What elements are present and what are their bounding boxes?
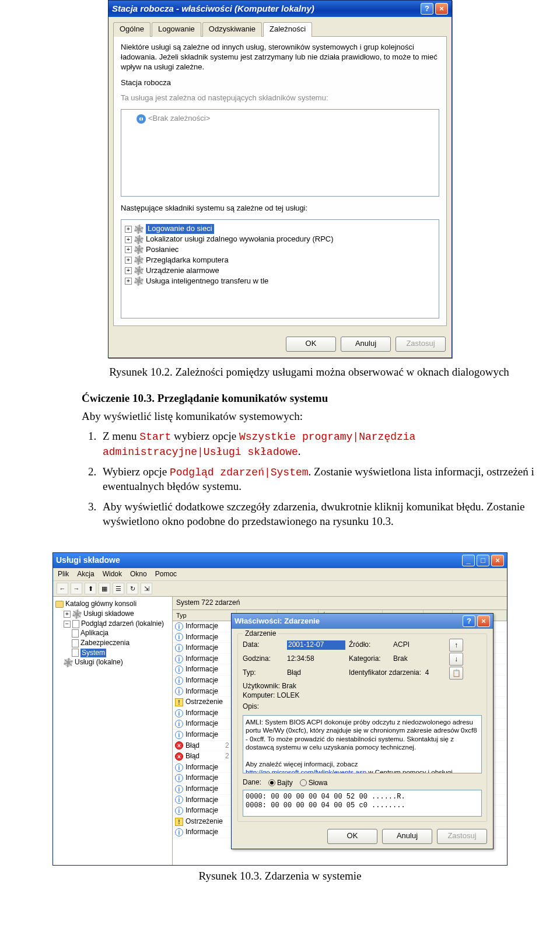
tab-dependencies[interactable]: Zależności [263, 22, 312, 37]
maximize-icon[interactable]: □ [477, 555, 489, 566]
gear-icon [134, 245, 144, 254]
info-icon: i [175, 666, 183, 674]
event-type-label: Informacje [186, 773, 218, 783]
event-type-label: Informacje [186, 633, 218, 642]
properties-dialog: Stacja robocza - właściwości (Komputer l… [108, 0, 452, 358]
val-source: ACPI [393, 640, 446, 650]
event-type-label: Informacje [186, 806, 218, 815]
nav-item[interactable]: Podgląd zdarzeń (lokalnie) [81, 619, 164, 629]
event-type-label: Błąd [186, 741, 200, 751]
event-type-label: Błąd [186, 752, 200, 761]
tree-item[interactable]: +Logowanie do sieci [125, 224, 435, 234]
props-icon[interactable]: ▦ [99, 583, 110, 594]
tab-logon[interactable]: Logowanie [152, 22, 201, 37]
expand-icon[interactable]: + [125, 257, 132, 264]
ev-apply-button[interactable]: Zastosuj [437, 829, 487, 844]
toolbar: ← → ⬆ ▦ ☰ ↻ ⇲ [53, 581, 507, 597]
up-icon[interactable]: ⬆ [85, 583, 96, 594]
tab-recovery[interactable]: Odzyskiwanie [202, 22, 262, 37]
refresh-icon[interactable]: ↻ [127, 583, 138, 594]
info-icon: i [175, 774, 183, 782]
event-type-label: Informacje [186, 687, 218, 696]
figure-caption-1: Rysunek 10.2. Zależności pomiędzy usługa… [82, 365, 537, 380]
ok-button[interactable]: OK [286, 337, 336, 352]
apply-button[interactable]: Zastosuj [396, 337, 446, 352]
info-icon: i [136, 114, 146, 124]
nav-item-selected[interactable]: System [80, 649, 106, 658]
val-cat: Brak [393, 654, 446, 664]
titlebar[interactable]: Stacja robocza - właściwości (Komputer l… [108, 1, 452, 17]
lbl-id: Identyfikator zdarzenia: 4 [349, 668, 446, 678]
expand-icon[interactable]: + [125, 236, 132, 243]
evprop-titlebar[interactable]: Właściwości: Zdarzenie ? × [232, 614, 493, 629]
list-header: System 722 zdarzeń [173, 597, 507, 610]
copy-button[interactable]: 📋 [449, 667, 463, 680]
tree-label: Posłaniec [146, 245, 178, 255]
tree-item[interactable]: +Urządzenie alarmowe [125, 266, 435, 276]
nav-root[interactable]: Katalog główny konsoli [65, 600, 136, 609]
menu-window[interactable]: Okno [130, 570, 147, 579]
expand-icon[interactable]: + [125, 226, 132, 233]
event-type-label: Informacje [186, 622, 218, 631]
export-icon[interactable]: ⇲ [141, 583, 152, 594]
mono-path2: Podgląd zdarzeń|System [170, 467, 309, 478]
menu-file[interactable]: Plik [58, 570, 69, 579]
up-button[interactable]: ↑ [449, 639, 463, 652]
tree-item[interactable]: +Posłaniec [125, 245, 435, 255]
gear-icon [134, 235, 144, 244]
expand-icon[interactable]: − [64, 621, 71, 628]
description-box[interactable]: AMLI: System BIOS ACPI dokonuje próby od… [243, 715, 482, 773]
mmc-titlebar[interactable]: Usługi składowe _ □ × [53, 553, 507, 568]
group-label: Zdarzenie [243, 629, 278, 639]
menu-help[interactable]: Pomoc [155, 570, 177, 579]
help-icon[interactable]: ? [421, 3, 433, 15]
close-icon[interactable]: × [435, 3, 448, 15]
depends-on-tree[interactable]: i <Brak zależności> [121, 109, 439, 197]
expand-icon[interactable]: + [64, 611, 71, 618]
close-icon[interactable]: × [491, 555, 504, 566]
dependents-tree[interactable]: +Logowanie do sieci +Lokalizator usługi … [121, 219, 439, 318]
col-type[interactable]: Typ [173, 610, 237, 621]
help-link[interactable]: http://go.microsoft.com/fwlink/events.as… [246, 769, 366, 773]
nav-item[interactable]: Zabezpieczenia [80, 639, 130, 648]
tree-item[interactable]: +Lokalizator usługi zdalnego wywołania p… [125, 234, 435, 244]
tab-general[interactable]: Ogólne [113, 22, 150, 37]
hex-box[interactable]: 0000: 00 00 00 00 04 00 52 00 ......R. 0… [243, 790, 482, 817]
info-icon: i [175, 687, 183, 695]
down-button[interactable]: ↓ [449, 653, 463, 666]
gear-icon [134, 276, 144, 286]
event-type-label: Ostrzeżenie [186, 817, 223, 827]
expand-icon[interactable]: + [125, 246, 132, 253]
radio-bytes[interactable] [268, 779, 275, 786]
event-type-label: Informacje [186, 654, 218, 664]
close-icon[interactable]: × [477, 615, 490, 627]
event-type-label: Ostrzeżenie [186, 698, 223, 707]
nav-item[interactable]: Aplikacja [80, 629, 108, 638]
nav-tree[interactable]: Katalog główny konsoli +Usługi składowe … [53, 597, 173, 865]
menu-action[interactable]: Akcja [77, 570, 94, 579]
radio-words[interactable] [300, 779, 307, 786]
tree-item[interactable]: +Usługa inteligentnego transferu w tle [125, 276, 435, 286]
tree-item[interactable]: +Przeglądarka komputera [125, 255, 435, 265]
expand-icon[interactable]: + [125, 267, 132, 274]
menubar: Plik Akcja Widok Okno Pomoc [53, 568, 507, 582]
back-icon[interactable]: ← [57, 583, 68, 594]
dependents-label: Następujące składniki systemu są zależne… [121, 204, 439, 213]
menu-view[interactable]: Widok [103, 570, 122, 579]
val-id: 4 [425, 668, 429, 677]
list-icon[interactable]: ☰ [113, 583, 124, 594]
tree-label: Urządzenie alarmowe [146, 266, 219, 276]
cancel-button[interactable]: Anuluj [341, 337, 391, 352]
gear-icon [72, 610, 82, 619]
tabstrip: Ogólne Logowanie Odzyskiwanie Zależności [108, 17, 452, 36]
help-icon[interactable]: ? [463, 615, 475, 627]
lbl-comp: Komputer: [243, 691, 275, 699]
expand-icon[interactable]: + [125, 278, 132, 285]
page-icon [72, 649, 79, 657]
ev-cancel-button[interactable]: Anuluj [382, 829, 432, 844]
ev-ok-button[interactable]: OK [327, 829, 377, 844]
minimize-icon[interactable]: _ [462, 555, 475, 566]
nav-item[interactable]: Usługi (lokalne) [75, 658, 123, 667]
forward-icon[interactable]: → [71, 583, 82, 594]
nav-item[interactable]: Usługi składowe [83, 610, 134, 619]
